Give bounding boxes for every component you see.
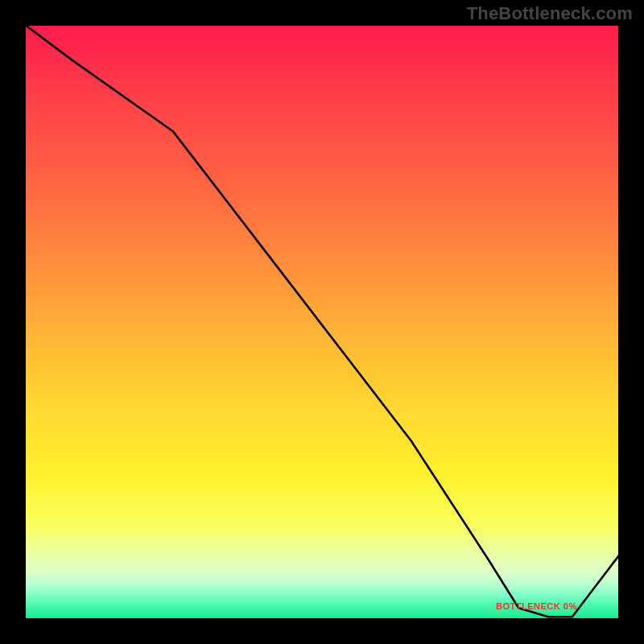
plot-area: BOTTLENECK 0% — [24, 24, 620, 620]
chart-frame: TheBottleneck.com BOTTLENECK 0% — [0, 0, 644, 644]
bottleneck-label: BOTTLENECK 0% — [496, 601, 577, 611]
watermark-text: TheBottleneck.com — [467, 3, 633, 24]
plot-gradient-bg — [24, 24, 620, 620]
